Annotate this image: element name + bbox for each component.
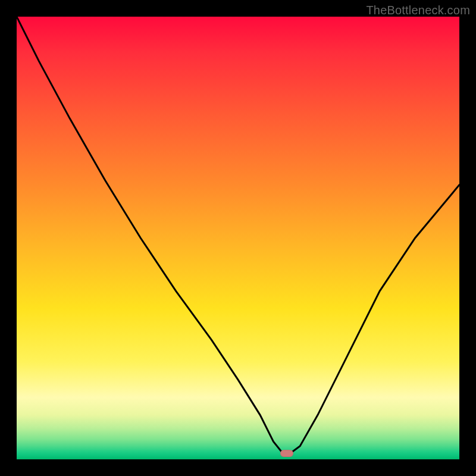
chart-frame: TheBottleneck.com bbox=[0, 0, 476, 476]
watermark-text: TheBottleneck.com bbox=[366, 4, 470, 17]
plot-area bbox=[17, 17, 459, 459]
optimal-marker bbox=[280, 450, 293, 457]
bottleneck-curve bbox=[17, 17, 459, 459]
